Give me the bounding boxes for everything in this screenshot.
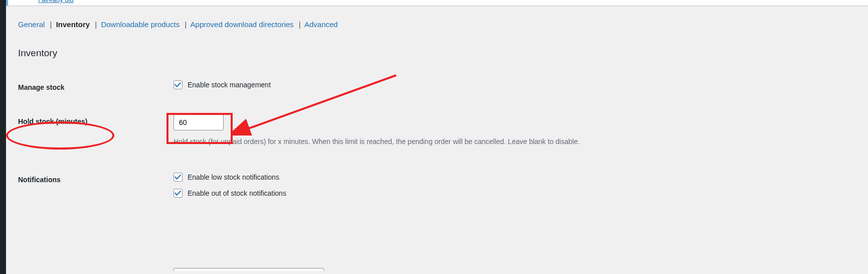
hold-stock-description: Hold stock (for unpaid orders) for x min…	[173, 138, 858, 146]
tab-inventory[interactable]: Inventory	[56, 20, 90, 29]
row-notifications: Notifications Enable low stock notificat…	[18, 173, 858, 205]
label-notifications: Notifications	[18, 173, 173, 184]
settings-subnav: General | Inventory | Downloadable produ…	[18, 20, 339, 29]
tab-general[interactable]: General	[18, 20, 45, 29]
row-hold-stock: Hold stock (minutes) Hold stock (for unp…	[18, 114, 858, 146]
input-hold-stock-minutes[interactable]	[173, 114, 224, 130]
checkbox-enable-stock-management[interactable]	[173, 80, 183, 89]
separator: |	[185, 20, 187, 29]
checkbox-out-of-stock-notifications[interactable]	[173, 189, 183, 198]
checkbox-label-enable-stock[interactable]: Enable stock management	[188, 81, 271, 89]
checkbox-label-out-of-stock[interactable]: Enable out of stock notifications	[188, 189, 286, 197]
separator: |	[95, 20, 97, 29]
tab-downloadable-products[interactable]: Downloadable products	[101, 20, 180, 29]
label-hold-stock: Hold stock (minutes)	[18, 117, 87, 125]
label-manage-stock: Manage stock	[18, 80, 173, 91]
notice-banner: I already did	[6, 0, 868, 6]
settings-form: Manage stock Enable stock management Hol…	[18, 80, 858, 217]
row-manage-stock: Manage stock Enable stock management	[18, 80, 858, 96]
separator: |	[299, 20, 301, 29]
separator: |	[50, 20, 52, 29]
partial-field-bottom-edge	[173, 268, 324, 271]
checkbox-label-low-stock[interactable]: Enable low stock notifications	[188, 173, 279, 181]
checkbox-low-stock-notifications[interactable]	[173, 173, 183, 182]
tab-approved-download-directories[interactable]: Approved download directories	[191, 20, 294, 29]
admin-sidebar-edge	[0, 0, 6, 274]
section-heading: Inventory	[18, 48, 57, 59]
tab-advanced[interactable]: Advanced	[304, 20, 338, 29]
notice-link-dismiss[interactable]: I already did	[38, 0, 74, 4]
